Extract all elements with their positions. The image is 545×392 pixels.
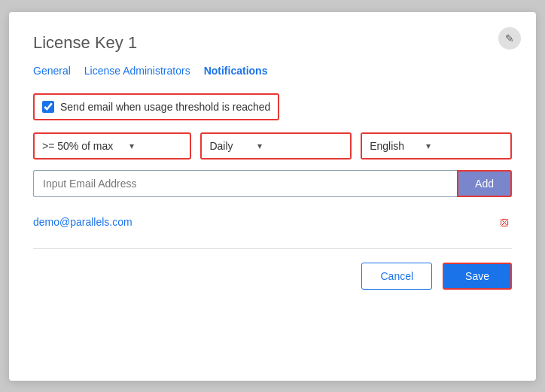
- dropdowns-row: >= 50% of max >= 75% of max >= 90% of ma…: [33, 132, 512, 160]
- frequency-dropdown-inner: Daily Weekly Monthly: [202, 134, 268, 158]
- threshold-dropdown-inner: >= 50% of max >= 75% of max >= 90% of ma…: [35, 134, 140, 158]
- language-dropdown-wrap: English French German Japanese: [361, 132, 512, 160]
- usage-threshold-checkbox[interactable]: [42, 101, 54, 113]
- close-circle-icon: ⦻: [498, 215, 512, 229]
- pencil-icon: ✎: [505, 32, 514, 44]
- frequency-select[interactable]: Daily Weekly Monthly: [202, 134, 268, 158]
- frequency-dropdown-wrap: Daily Weekly Monthly: [200, 132, 352, 160]
- tab-license-administrators[interactable]: License Administrators: [84, 65, 190, 78]
- language-select[interactable]: English French German Japanese: [362, 134, 437, 158]
- threshold-select[interactable]: >= 50% of max >= 75% of max >= 90% of ma…: [35, 134, 140, 158]
- edit-icon-button[interactable]: ✎: [498, 27, 521, 50]
- license-key-dialog: License Key 1 ✎ General License Administ…: [9, 12, 536, 381]
- email-list: demo@parallels.com ⦻: [33, 211, 512, 233]
- email-address: demo@parallels.com: [33, 216, 132, 228]
- tabs-nav: General License Administrators Notificat…: [33, 65, 512, 78]
- add-email-button[interactable]: Add: [457, 170, 512, 197]
- tab-notifications[interactable]: Notifications: [204, 65, 268, 78]
- footer-buttons: Cancel Save: [33, 263, 512, 290]
- usage-threshold-checkbox-row: Send email when usage threshold is reach…: [33, 93, 279, 120]
- cancel-button[interactable]: Cancel: [361, 263, 432, 290]
- remove-email-button[interactable]: ⦻: [498, 215, 512, 229]
- footer-divider: [33, 248, 512, 249]
- dialog-title: License Key 1: [33, 33, 512, 53]
- email-entry: demo@parallels.com ⦻: [33, 211, 512, 233]
- save-button[interactable]: Save: [443, 263, 512, 290]
- tab-general[interactable]: General: [33, 65, 71, 78]
- threshold-dropdown-wrap: >= 50% of max >= 75% of max >= 90% of ma…: [33, 132, 191, 160]
- usage-threshold-label[interactable]: Send email when usage threshold is reach…: [60, 101, 270, 113]
- email-input-row: Add: [33, 170, 512, 197]
- email-input[interactable]: [33, 170, 457, 197]
- language-dropdown-inner: English French German Japanese: [362, 134, 437, 158]
